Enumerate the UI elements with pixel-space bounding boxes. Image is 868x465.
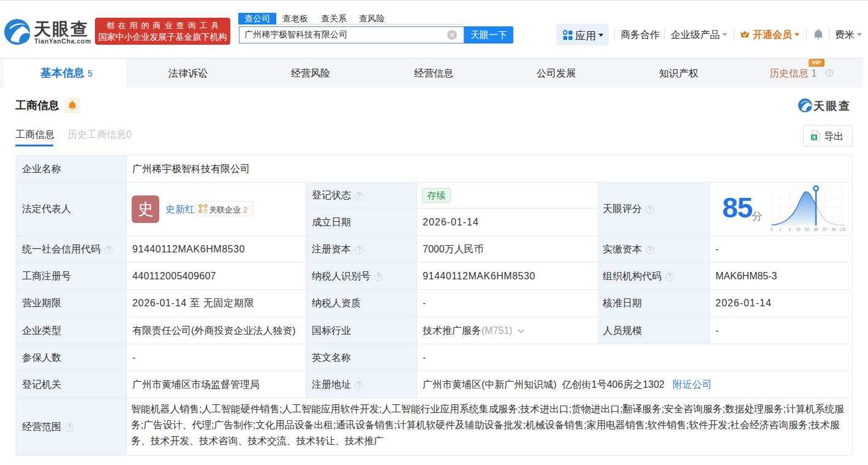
svg-text:企: 企 xyxy=(203,208,208,213)
svg-text:50: 50 xyxy=(805,227,810,232)
svg-text:3: 3 xyxy=(788,227,791,232)
svg-text:0: 0 xyxy=(771,227,773,232)
svg-text:100: 100 xyxy=(839,227,846,232)
svg-text:15: 15 xyxy=(796,227,801,232)
svg-text:1: 1 xyxy=(779,227,782,232)
svg-text:99: 99 xyxy=(831,227,836,232)
svg-text:97: 97 xyxy=(823,227,828,232)
svg-text:85: 85 xyxy=(813,227,818,232)
